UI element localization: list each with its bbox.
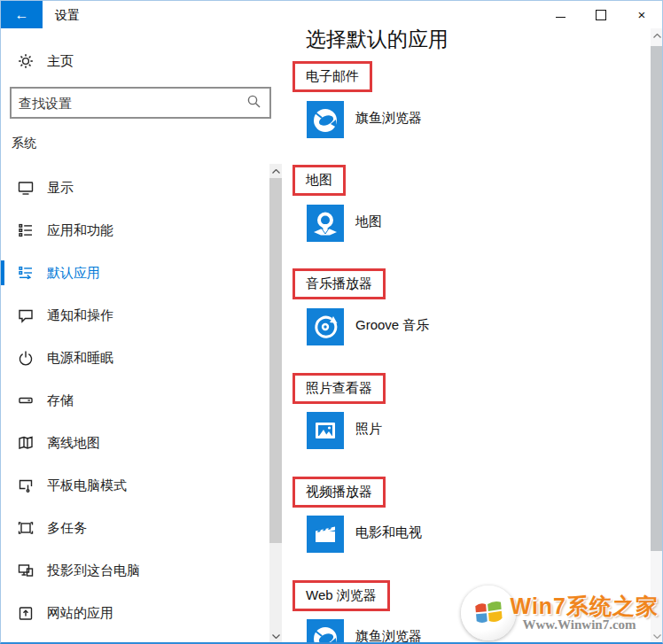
settings-search-box[interactable]: [10, 87, 271, 119]
category-web-browser: Web 浏览器: [292, 580, 390, 611]
app-name: 地图: [355, 205, 382, 242]
category-label: 视频播放器: [306, 484, 372, 499]
sidebar-item-apps-for-websites[interactable]: 网站的应用: [1, 592, 269, 634]
maximize-icon: [596, 10, 606, 20]
nav-scrollbar[interactable]: [269, 164, 282, 643]
watermark-title: Win7系统之家: [511, 594, 659, 617]
watermark-url: Www.Winwin7.com: [511, 618, 659, 632]
gear-icon: [17, 52, 35, 70]
apps-for-websites-icon: [17, 604, 35, 622]
sidebar-item-storage[interactable]: 存储: [1, 379, 269, 422]
sidebar-item-label: 电源和睡眠: [47, 350, 113, 367]
watermark-text: Win7系统之家 Www.Winwin7.com: [511, 594, 659, 632]
multitasking-icon: [17, 519, 35, 537]
sidebar-item-label: 显示: [47, 180, 74, 197]
app-name: 旗鱼浏览器: [355, 619, 422, 644]
swordfish-browser-icon: [307, 619, 344, 644]
default-app-music[interactable]: Groove 音乐: [307, 308, 429, 345]
app-name: 旗鱼浏览器: [355, 101, 422, 138]
window-title: 设置: [55, 8, 80, 24]
category-label: 音乐播放器: [306, 275, 372, 291]
maximize-button[interactable]: [581, 1, 621, 28]
app-name: 照片: [355, 412, 382, 449]
sidebar-item-tablet-mode[interactable]: 平板电脑模式: [1, 464, 269, 507]
close-button[interactable]: ×: [621, 1, 662, 28]
sidebar-item-notifications[interactable]: 通知和操作: [1, 294, 269, 337]
selection-bar: [1, 260, 4, 285]
sidebar-item-label: 主页: [47, 53, 74, 70]
sidebar-item-label: 投影到这台电脑: [47, 563, 140, 579]
sidebar-item-default-apps[interactable]: 默认应用: [1, 252, 269, 294]
photos-icon: [307, 412, 344, 449]
settings-window: ← 设置 × 主页 系统: [0, 0, 663, 644]
sidebar-item-label: 多任务: [47, 520, 87, 537]
scroll-up-icon[interactable]: [269, 165, 282, 177]
default-app-video[interactable]: 电影和电视: [307, 516, 422, 553]
app-name: Groove 音乐: [355, 308, 429, 345]
watermark: Win7系统之家 Www.Winwin7.com: [461, 586, 659, 640]
offline-maps-icon: [17, 434, 35, 452]
content-scrollbar-thumb[interactable]: [651, 46, 663, 551]
search-input[interactable]: [12, 96, 246, 111]
sidebar-item-label: 离线地图: [47, 435, 100, 452]
category-email: 电子邮件: [292, 61, 372, 92]
category-label: 照片查看器: [306, 380, 372, 395]
notifications-icon: [17, 306, 35, 324]
page-title: 选择默认的应用: [306, 26, 448, 53]
nav-scrollbar-thumb[interactable]: [269, 178, 282, 543]
windows-flag-icon: [461, 586, 516, 640]
storage-icon: [17, 392, 35, 409]
minimize-button[interactable]: [540, 1, 581, 28]
default-app-photos[interactable]: 照片: [307, 412, 382, 449]
maps-pin-icon: [307, 205, 344, 242]
sidebar-item-power-sleep[interactable]: 电源和睡眠: [1, 337, 269, 379]
sidebar-item-label: 通知和操作: [47, 307, 113, 324]
window-controls: ×: [540, 1, 662, 28]
swordfish-browser-icon: [307, 101, 344, 138]
category-label: 地图: [306, 172, 332, 187]
scroll-up-icon[interactable]: [651, 29, 663, 42]
content-scrollbar[interactable]: [651, 28, 663, 643]
category-label: Web 浏览器: [306, 587, 377, 602]
section-label-system: 系统: [12, 136, 36, 151]
sidebar-item-offline-maps[interactable]: 离线地图: [1, 422, 269, 464]
projecting-icon: [17, 562, 35, 579]
scroll-down-icon[interactable]: [269, 630, 282, 642]
groove-music-icon: [307, 308, 344, 345]
category-maps: 地图: [292, 165, 346, 196]
category-music-player: 音乐播放器: [292, 268, 386, 299]
default-app-email[interactable]: 旗鱼浏览器: [307, 101, 422, 138]
sidebar-item-projecting[interactable]: 投影到这台电脑: [1, 549, 269, 592]
search-icon[interactable]: [246, 94, 261, 113]
display-icon: [17, 179, 35, 197]
sidebar-item-label: 默认应用: [47, 265, 100, 282]
minimize-icon: [556, 17, 566, 18]
back-arrow-icon: ←: [15, 7, 29, 23]
category-video-player: 视频播放器: [292, 477, 386, 508]
sidebar-item-apps-features[interactable]: 应用和功能: [1, 209, 269, 252]
category-label: 电子邮件: [306, 68, 359, 83]
sidebar-item-multitasking[interactable]: 多任务: [1, 507, 269, 549]
default-apps-icon: [17, 264, 35, 282]
apps-features-icon: [17, 221, 35, 239]
sidebar-item-label: 应用和功能: [47, 222, 113, 239]
back-button[interactable]: ←: [1, 1, 43, 28]
default-app-maps[interactable]: 地图: [307, 205, 382, 242]
sidebar-item-label: 网站的应用: [47, 605, 113, 622]
sidebar-item-label: 存储: [47, 392, 74, 409]
tablet-mode-icon: [17, 477, 35, 494]
power-icon: [17, 349, 35, 367]
default-app-browser[interactable]: 旗鱼浏览器: [307, 619, 422, 644]
sidebar-item-label: 平板电脑模式: [47, 477, 127, 494]
sidebar-item-home[interactable]: 主页: [1, 49, 269, 74]
category-photo-viewer: 照片查看器: [292, 373, 386, 404]
movies-tv-icon: [307, 516, 344, 553]
sidebar-item-display[interactable]: 显示: [1, 167, 269, 209]
app-name: 电影和电视: [355, 516, 422, 553]
sidebar-nav: 显示 应用和功能 默认应用: [1, 167, 269, 634]
close-icon: ×: [638, 8, 646, 21]
